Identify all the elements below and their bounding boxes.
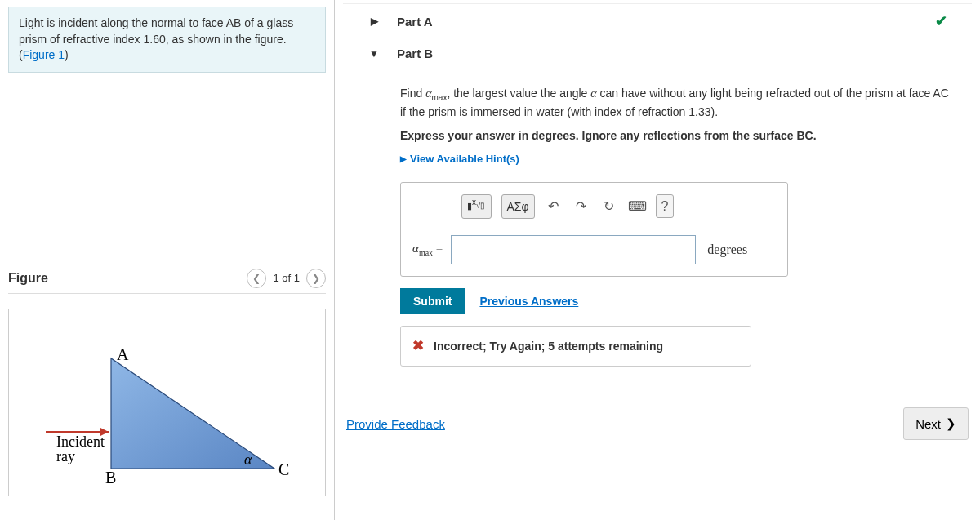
check-icon: ✔ xyxy=(935,12,947,30)
intro-text-after: ) xyxy=(65,48,69,61)
footer-row: Provide Feedback Next ❯ xyxy=(343,407,972,440)
right-panel: ▶ Part A ✔ ▼ Part B Find αmax, the large… xyxy=(335,0,980,520)
answer-box: ▮x√▯ ΑΣφ ↶ ↷ ↻ ⌨ ? αmax = degrees xyxy=(400,182,788,277)
figure-page-indicator: 1 of 1 xyxy=(273,272,300,284)
provide-feedback-link[interactable]: Provide Feedback xyxy=(346,417,445,431)
caret-right-icon: ▶ xyxy=(400,153,407,166)
feedback-box: ✖ Incorrect; Try Again; 5 attempts remai… xyxy=(400,326,751,367)
part-a-header[interactable]: ▶ Part A ✔ xyxy=(343,3,972,38)
keyboard-icon[interactable]: ⌨ xyxy=(628,197,646,216)
figure-nav: ❮ 1 of 1 ❯ xyxy=(247,269,326,288)
label-alpha: α xyxy=(244,451,252,468)
answer-toolbar: ▮x√▯ ΑΣφ ↶ ↷ ↻ ⌨ ? xyxy=(461,194,776,219)
template-tool-button[interactable]: ▮x√▯ xyxy=(461,194,492,219)
part-b-header[interactable]: ▼ Part B xyxy=(343,38,972,69)
problem-intro: Light is incident along the normal to fa… xyxy=(8,7,326,73)
express-instruction: Express your answer in degrees. Ignore a… xyxy=(400,127,957,144)
label-C: C xyxy=(278,460,289,478)
label-ray: ray xyxy=(56,448,75,464)
feedback-text: Incorrect; Try Again; 5 attempts remaini… xyxy=(434,338,663,354)
unit-label: degrees xyxy=(707,240,747,259)
figure-title: Figure xyxy=(8,271,48,286)
part-a-label: Part A xyxy=(397,15,433,29)
label-A: A xyxy=(117,345,129,363)
answer-input[interactable] xyxy=(451,235,696,264)
incorrect-icon: ✖ xyxy=(412,336,424,357)
previous-answers-link[interactable]: Previous Answers xyxy=(479,293,578,309)
figure-canvas: A B C α Incident ray xyxy=(8,309,326,496)
greek-tool-button[interactable]: ΑΣφ xyxy=(501,194,535,219)
figure-section: Figure ❮ 1 of 1 ❯ A B C xyxy=(8,269,326,496)
figure-link[interactable]: Figure 1 xyxy=(23,48,65,61)
answer-input-row: αmax = degrees xyxy=(412,235,776,264)
submit-row: Submit Previous Answers xyxy=(400,288,957,314)
submit-button[interactable]: Submit xyxy=(400,288,465,314)
input-var-label: αmax = xyxy=(412,240,443,260)
caret-down-icon: ▼ xyxy=(368,48,381,60)
left-panel: Light is incident along the normal to fa… xyxy=(0,0,335,520)
help-button[interactable]: ? xyxy=(656,194,674,218)
caret-right-icon: ▶ xyxy=(368,16,381,27)
reset-icon[interactable]: ↻ xyxy=(600,197,618,216)
part-b-label: Part B xyxy=(397,47,433,60)
figure-prev-button[interactable]: ❮ xyxy=(247,269,266,288)
chevron-right-icon: ❯ xyxy=(946,416,956,431)
figure-header: Figure ❮ 1 of 1 ❯ xyxy=(8,269,326,294)
figure-next-button[interactable]: ❯ xyxy=(306,269,326,288)
part-b-prompt: Find αmax, the largest value the angle α… xyxy=(400,85,957,121)
prism-diagram: A B C α Incident ray xyxy=(25,326,295,489)
next-button[interactable]: Next ❯ xyxy=(903,407,969,440)
part-b-content: Find αmax, the largest value the angle α… xyxy=(343,69,972,375)
view-hints-link[interactable]: ▶ View Available Hint(s) xyxy=(400,152,519,167)
label-B: B xyxy=(105,469,116,487)
undo-icon[interactable]: ↶ xyxy=(545,197,563,216)
redo-icon[interactable]: ↷ xyxy=(572,197,590,216)
label-incident: Incident xyxy=(56,433,105,450)
